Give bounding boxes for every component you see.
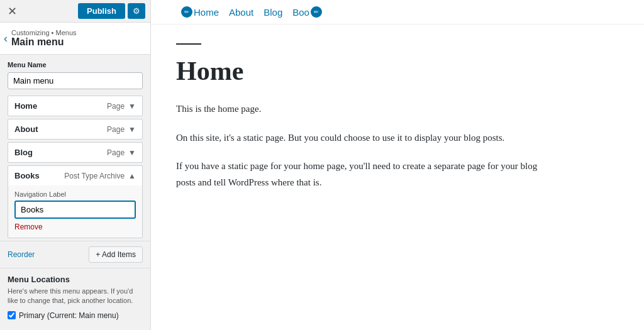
menu-name-input[interactable] xyxy=(8,72,143,89)
primary-label: Primary (Current: Main menu) xyxy=(19,311,119,320)
preview-nav: ✏ Home About Blog Boo ✏ xyxy=(151,0,644,25)
paragraph-2: On this site, it's a static page. But yo… xyxy=(176,130,553,146)
left-panel: ✕ Publish ⚙ ‹ Customizing • Menus Main m… xyxy=(0,0,151,330)
preview-content: Home This is the home page. On this site… xyxy=(151,25,579,228)
chevron-down-icon: ▼ xyxy=(128,125,136,134)
books-detail-panel: Navigation Label Remove xyxy=(8,185,143,238)
preview-nav-home[interactable]: ✏ Home xyxy=(176,6,224,18)
menu-locations-title: Menu Locations xyxy=(8,275,143,284)
breadcrumb-block: Customizing • Menus Main menu xyxy=(11,29,77,48)
paragraph-3: If you have a static page for your home … xyxy=(176,158,553,190)
preview-nav-about[interactable]: About xyxy=(224,7,258,18)
menu-item-books[interactable]: Books Post Type Archive ▲ xyxy=(8,165,143,185)
primary-checkbox[interactable] xyxy=(8,311,16,319)
primary-location-row: Primary (Current: Main menu) xyxy=(8,311,143,320)
right-panel: ✏ Home About Blog Boo ✏ Home This is the… xyxy=(151,0,644,330)
settings-button[interactable]: ⚙ xyxy=(128,3,145,19)
preview-nav-books[interactable]: Boo ✏ xyxy=(287,6,327,18)
preview-nav-blog[interactable]: Blog xyxy=(258,7,287,18)
publish-area: Publish ⚙ xyxy=(78,3,145,19)
menu-locations-section: Menu Locations Here's where this menu ap… xyxy=(0,268,150,326)
remove-link[interactable]: Remove xyxy=(14,223,43,231)
add-items-button[interactable]: + Add Items xyxy=(89,246,143,263)
panel-title: Main menu xyxy=(11,36,77,48)
reorder-link[interactable]: Reorder xyxy=(8,250,35,259)
menu-item-blog[interactable]: Blog Page ▼ xyxy=(8,142,143,163)
menu-name-label: Menu Name xyxy=(8,61,143,69)
close-button[interactable]: ✕ xyxy=(5,6,19,17)
nav-label-label: Navigation Label xyxy=(14,190,136,198)
breadcrumb: Customizing • Menus xyxy=(11,29,77,36)
paragraph-1: This is the home page. xyxy=(176,101,553,118)
bottom-actions: Reorder + Add Items xyxy=(0,241,150,268)
back-area: ‹ Customizing • Menus Main menu xyxy=(0,23,150,55)
divider xyxy=(176,43,201,45)
top-bar: ✕ Publish ⚙ xyxy=(0,0,150,23)
menu-items-list: Home Page ▼ About Page ▼ Blog Page xyxy=(0,96,150,241)
menu-name-section: Menu Name xyxy=(0,55,150,96)
page-title: Home xyxy=(176,56,553,86)
chevron-up-icon: ▲ xyxy=(128,172,136,180)
chevron-down-icon: ▼ xyxy=(128,148,136,157)
menu-item-home[interactable]: Home Page ▼ xyxy=(8,96,143,116)
menu-locations-description: Here's where this menu appears. If you'd… xyxy=(8,287,143,306)
nav-label-input[interactable] xyxy=(14,201,136,219)
edit-pencil-icon: ✏ xyxy=(181,6,192,18)
publish-button[interactable]: Publish xyxy=(78,3,125,19)
chevron-down-icon: ▼ xyxy=(128,102,136,111)
edit-pencil-books-icon: ✏ xyxy=(311,6,322,18)
back-button[interactable]: ‹ xyxy=(4,33,8,44)
menu-item-about[interactable]: About Page ▼ xyxy=(8,119,143,140)
